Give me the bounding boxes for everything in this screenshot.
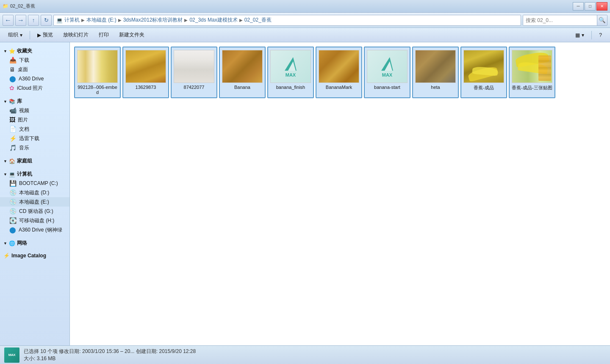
search-button[interactable]: 🔍 [597, 15, 607, 25]
breadcrumb-part-2[interactable]: 本地磁盘 (E:) [86, 17, 116, 24]
file-thumbnail: MAX [367, 50, 408, 83]
file-thumbnail [415, 50, 456, 83]
titlebar: 📁 02_02_香蕉 ─ □ ✕ [0, 0, 610, 13]
sidebar-item-thunder[interactable]: ⚡ 迅雷下载 [0, 134, 69, 143]
breadcrumb[interactable]: 💻 计算机 ▶ 本地磁盘 (E:) ▶ 3dsMax2012标准培训教材 ▶ 0… [53, 15, 521, 26]
breadcrumb-part-3[interactable]: 3dsMax2012标准培训教材 [123, 17, 183, 24]
file-name: 香蕉-成品 [474, 85, 494, 91]
sidebar-item-removable[interactable]: 💽 可移动磁盘 (H:) [0, 216, 69, 225]
new-folder-button[interactable]: 新建文件夹 [114, 30, 149, 41]
bootcamp-label: BOOTCAMP (C:) [19, 180, 58, 186]
toolbar: 组织 ▾ ▶ 预览 放映幻灯片 打印 新建文件夹 ▦ ▾ ? [0, 28, 610, 42]
sidebar-item-bootcamp[interactable]: 💾 BOOTCAMP (C:) [0, 179, 69, 188]
file-thumbnail [463, 50, 504, 83]
library-label: 库 [17, 98, 22, 105]
file-name: 13629873 [136, 85, 156, 90]
file-item[interactable]: MAX banana_finish [267, 47, 314, 98]
homegroup-chevron: ▼ [3, 159, 7, 163]
sidebar-item-icloud[interactable]: ✿ iCloud 照片 [0, 83, 69, 93]
file-name: 87422077 [184, 85, 205, 90]
minimize-button[interactable]: ─ [573, 2, 584, 11]
maximize-button[interactable]: □ [585, 2, 596, 11]
view-button[interactable]: ▦ ▾ [571, 30, 589, 41]
file-thumbnail [174, 50, 214, 83]
music-icon: 🎵 [9, 144, 17, 151]
file-item[interactable]: BananaMark [316, 47, 362, 98]
removable-label: 可移动磁盘 (H:) [19, 217, 54, 224]
organize-chevron: ▾ [20, 32, 22, 38]
close-button[interactable]: ✕ [596, 2, 607, 11]
drive-d-icon: 💿 [9, 189, 17, 196]
sidebar-section-imagecatalog: ⚡ Image Catalog [0, 251, 69, 259]
sidebar-item-drive-e[interactable]: 💿 本地磁盘 (E:) [0, 197, 69, 207]
preview-button[interactable]: ▶ 预览 [33, 30, 58, 41]
sidebar-item-download[interactable]: 📥 下载 [0, 55, 69, 65]
thunder-label: 迅雷下载 [19, 135, 39, 142]
breadcrumb-part-4[interactable]: 02_3ds Max建模技术 [189, 17, 237, 24]
file-name: heta [431, 85, 440, 90]
file-thumbnail [512, 50, 552, 83]
sidebar-item-video[interactable]: 📹 视频 [0, 106, 69, 115]
favorites-chevron: ▼ [3, 49, 7, 53]
toolbar-separator-1 [30, 31, 30, 39]
file-item[interactable]: 992128--006-embed [74, 47, 121, 98]
file-item[interactable]: MAX banana-start [364, 47, 410, 98]
back-button[interactable]: ← [3, 15, 14, 26]
view-icon: ▦ [575, 32, 580, 38]
sidebar-item-cd[interactable]: 💿 CD 驱动器 (G:) [0, 207, 69, 216]
refresh-button[interactable]: ↻ [41, 15, 52, 26]
print-button[interactable]: 打印 [94, 30, 114, 41]
organize-button[interactable]: 组织 ▾ [3, 30, 27, 41]
preview-label: 预览 [43, 31, 53, 39]
imagecatalog-label: Image Catalog [11, 253, 46, 259]
imagecatalog-icon: ⚡ [3, 253, 10, 259]
sidebar-item-drive-d[interactable]: 💿 本地磁盘 (D:) [0, 188, 69, 197]
sidebar-item-documents[interactable]: 📄 文档 [0, 124, 69, 134]
file-area[interactable]: 992128--006-embed 13629873 87422077 [70, 42, 610, 345]
help-button[interactable]: ? [594, 30, 607, 41]
file-item[interactable]: heta [412, 47, 459, 98]
file-thumbnail: MAX [270, 50, 311, 83]
breadcrumb-sep-2: ▶ [118, 18, 122, 22]
max-label-2: MAX [382, 72, 392, 77]
sidebar-item-a360[interactable]: ⬤ A360 Drive [0, 74, 69, 83]
file-thumbnail [77, 50, 118, 83]
forward-button[interactable]: → [15, 15, 26, 26]
file-item[interactable]: 香蕉-成品 [460, 47, 507, 98]
music-label: 音乐 [19, 144, 29, 152]
file-item[interactable]: 87422077 [171, 47, 217, 98]
navbar: ← → ↑ ↻ 💻 计算机 ▶ 本地磁盘 (E:) ▶ 3dsMax2012标准… [0, 13, 610, 28]
toolbar-separator-2 [591, 31, 592, 39]
sidebar-item-a360-drive[interactable]: ⬤ A360 Drive (钢神绿 [0, 225, 69, 234]
file-grid: 992128--006-embed 13629873 87422077 [74, 47, 606, 98]
file-item[interactable]: Banana [219, 47, 266, 98]
sidebar-section-library: ▼ 📚 库 [0, 96, 69, 106]
sidebar-item-pictures[interactable]: 🖼 图片 [0, 115, 69, 124]
removable-icon: 💽 [9, 217, 17, 224]
file-item[interactable]: 香蕉-成品-三张贴图 [509, 47, 555, 98]
slideshow-label: 放映幻灯片 [63, 31, 89, 39]
breadcrumb-part-1[interactable]: 计算机 [64, 17, 80, 24]
titlebar-title: 02_02_香蕉 [10, 3, 35, 9]
search-input[interactable] [523, 15, 597, 25]
a360-icon: ⬤ [9, 75, 16, 82]
max-label: MAX [286, 72, 296, 77]
video-icon: 📹 [9, 107, 17, 114]
network-icon: 🌐 [9, 240, 15, 246]
a360-drive-icon: ⬤ [9, 226, 16, 233]
file-thumbnail [319, 50, 359, 83]
breadcrumb-part-5[interactable]: 02_02_香蕉 [244, 17, 272, 24]
slideshow-button[interactable]: 放映幻灯片 [58, 30, 93, 41]
up-button[interactable]: ↑ [28, 15, 39, 26]
desktop-icon: 🖥 [9, 66, 15, 73]
icloud-label: iCloud 照片 [17, 85, 43, 92]
sidebar-item-desktop[interactable]: 🖥 桌面 [0, 65, 69, 74]
sidebar-item-music[interactable]: 🎵 音乐 [0, 143, 69, 152]
desktop-label: 桌面 [18, 66, 28, 73]
documents-icon: 📄 [9, 126, 17, 132]
download-label: 下载 [19, 57, 29, 64]
max-arrow-icon-2 [378, 55, 396, 74]
file-item[interactable]: 13629873 [122, 47, 169, 98]
a360-label: A360 Drive [19, 76, 44, 82]
file-thumbnail [125, 50, 166, 83]
